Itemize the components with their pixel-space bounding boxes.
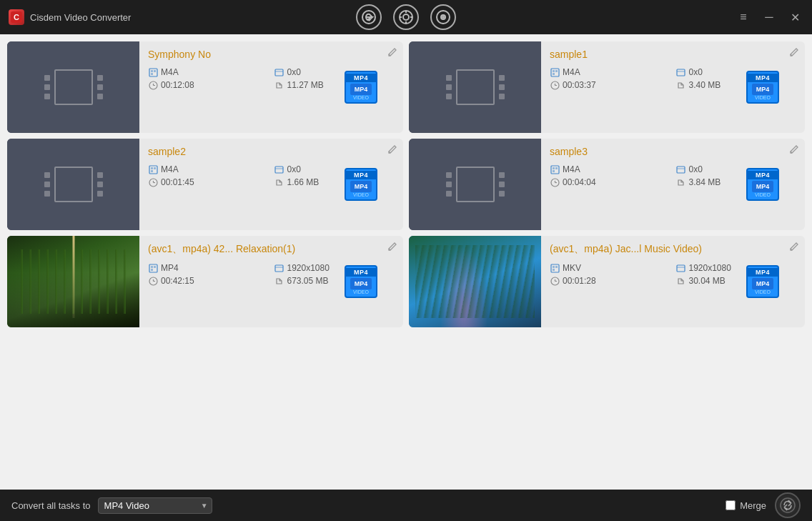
card-format-text-2: M4A: [563, 67, 580, 77]
bottombar-right: Merge: [726, 492, 801, 518]
disc-icon[interactable]: [430, 4, 456, 30]
format-badge-3[interactable]: MP4 MP4 VIDEO: [345, 168, 377, 201]
app-title: Cisdem Video Converter: [30, 12, 131, 23]
svg-point-66: [781, 498, 795, 512]
format-badge-6[interactable]: MP4 MP4 VIDEO: [746, 265, 779, 298]
card-title-3: sample2: [148, 146, 395, 157]
badge-label-2: MP4: [756, 86, 770, 93]
minimize-button[interactable]: ─: [761, 9, 778, 26]
card-badge-6[interactable]: MP4 MP4 VIDEO: [746, 265, 779, 298]
card-duration-6: 00:01:28: [550, 276, 670, 286]
card-resolution-text-4: 0x0: [689, 164, 703, 174]
svg-rect-51: [151, 269, 153, 271]
format-badge-1[interactable]: MP4 MP4 VIDEO: [345, 71, 377, 104]
svg-rect-60: [553, 269, 555, 271]
format-select[interactable]: MP4 Video MKV Video AVI Video MOV Video …: [98, 497, 212, 514]
settings-icon[interactable]: [393, 4, 419, 30]
close-button[interactable]: ✕: [786, 9, 803, 26]
titlebar-center: [356, 4, 456, 30]
card-edit-button-4[interactable]: [789, 144, 799, 157]
card-size-text-1: 11.27 MB: [287, 80, 324, 90]
badge-top-3: MP4: [346, 171, 376, 179]
merge-label[interactable]: Merge: [740, 500, 766, 511]
card-format-6: MKV: [550, 263, 670, 273]
svg-rect-13: [151, 70, 153, 72]
svg-rect-58: [553, 266, 555, 268]
resolution-icon-3: [274, 164, 284, 174]
svg-rect-39: [551, 166, 559, 174]
duration-icon-3: [148, 177, 158, 187]
card-edit-button-1[interactable]: [387, 47, 397, 59]
card-badge-1[interactable]: MP4 MP4 VIDEO: [345, 71, 377, 104]
svg-rect-40: [553, 167, 555, 169]
bottombar: Convert all tasks to MP4 Video MKV Video…: [0, 490, 812, 521]
size-icon-5: [274, 276, 284, 286]
card-format-4: M4A: [550, 164, 670, 174]
badge-label-4: MP4: [756, 183, 770, 190]
card-thumbnail-3: [7, 139, 139, 230]
card-duration-text-3: 00:01:45: [161, 177, 194, 187]
resolution-icon-2: [676, 67, 686, 77]
svg-rect-52: [275, 265, 283, 272]
resolution-icon-5: [274, 263, 284, 273]
card-size-text-4: 3.84 MB: [689, 177, 721, 187]
duration-icon-5: [148, 276, 158, 286]
card-duration-4: 00:04:04: [550, 177, 670, 187]
card-duration-text-2: 00:03:37: [563, 80, 596, 90]
card-duration-text-4: 00:04:04: [563, 177, 596, 187]
card-badge-5[interactable]: MP4 MP4 VIDEO: [345, 265, 377, 298]
badge-top-2: MP4: [748, 74, 778, 82]
card-duration-text-1: 00:12:08: [161, 80, 194, 90]
svg-rect-50: [154, 266, 156, 268]
card-badge-4[interactable]: MP4 MP4 VIDEO: [746, 168, 779, 201]
svg-rect-16: [275, 69, 283, 76]
card-duration-1: 00:12:08: [148, 80, 269, 90]
badge-sub-5: VIDEO: [353, 289, 369, 294]
card-duration-5: 00:42:15: [148, 276, 269, 286]
badge-label-6: MP4: [756, 280, 770, 287]
card-title-5: (avc1、mp4a) 42... Relaxation(1): [148, 243, 395, 256]
size-icon-4: [676, 177, 686, 187]
media-card-2: sample1 M4A 0x0: [409, 41, 805, 133]
badge-label-1: MP4: [355, 86, 368, 93]
badge-top-5: MP4: [346, 268, 376, 277]
titlebar: C Cisdem Video Converter: [0, 0, 812, 34]
bottombar-left: Convert all tasks to MP4 Video MKV Video…: [11, 497, 212, 514]
card-edit-button-6[interactable]: [789, 242, 799, 254]
card-edit-button-2[interactable]: [789, 47, 799, 59]
card-title-2: sample1: [550, 49, 796, 60]
svg-rect-49: [151, 266, 153, 268]
badge-sub-3: VIDEO: [353, 192, 369, 197]
format-badge-2[interactable]: MP4 MP4 VIDEO: [746, 71, 779, 104]
card-resolution-text-5: 1920x1080: [287, 263, 330, 273]
badge-top-6: MP4: [748, 268, 778, 277]
card-format-text-6: MKV: [563, 263, 581, 273]
media-card-4: sample3 M4A 0x0: [409, 139, 805, 230]
size-icon-2: [676, 80, 686, 90]
svg-rect-33: [151, 170, 153, 172]
merge-checkbox[interactable]: [726, 500, 736, 510]
badge-sub-6: VIDEO: [755, 289, 771, 294]
svg-rect-41: [555, 167, 558, 169]
card-thumbnail-1: [7, 41, 139, 133]
card-badge-2[interactable]: MP4 MP4 VIDEO: [746, 71, 779, 104]
convert-button[interactable]: [775, 492, 801, 518]
format-badge-5[interactable]: MP4 MP4 VIDEO: [345, 265, 377, 298]
titlebar-left: C Cisdem Video Converter: [9, 9, 131, 25]
main-content: Symphony No M4A 0x0: [0, 34, 812, 490]
card-format-text-5: MP4: [161, 263, 179, 273]
resolution-icon-1: [274, 67, 284, 77]
app-logo: C: [9, 9, 24, 25]
svg-rect-59: [555, 266, 558, 268]
svg-rect-23: [555, 70, 558, 72]
badge-top-1: MP4: [346, 74, 376, 82]
card-badge-3[interactable]: MP4 MP4 VIDEO: [345, 168, 377, 201]
svg-point-4: [403, 14, 409, 20]
duration-icon-4: [550, 177, 560, 187]
format-badge-4[interactable]: MP4 MP4 VIDEO: [746, 168, 779, 201]
svg-rect-30: [149, 166, 157, 174]
menu-button[interactable]: ≡: [735, 9, 752, 26]
add-convert-icon[interactable]: [356, 4, 382, 30]
card-edit-button-5[interactable]: [387, 242, 397, 254]
card-edit-button-3[interactable]: [387, 144, 397, 157]
